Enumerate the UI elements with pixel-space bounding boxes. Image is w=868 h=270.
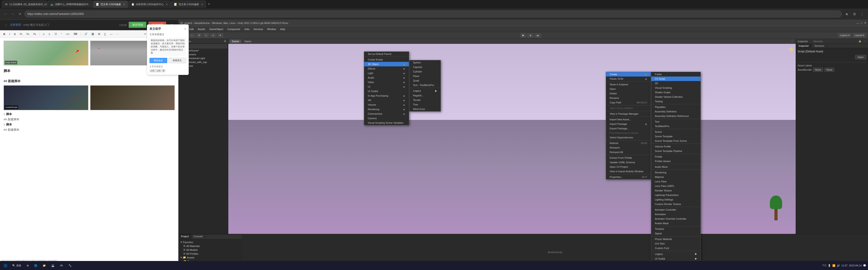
unity-minimize[interactable]: — <box>857 22 859 24</box>
sub-plane[interactable]: Plane <box>409 74 440 78</box>
ctx-update-uxml[interactable]: Update UXML Schema <box>606 160 651 165</box>
ctx-select-deps[interactable]: Select Dependencies <box>606 135 651 140</box>
game-btn[interactable]: 🎮 <box>58 263 65 268</box>
create-material[interactable]: Material <box>651 175 701 179</box>
link-btn[interactable]: 🔗 <box>83 32 89 36</box>
menu-help[interactable]: Help <box>278 27 287 31</box>
unity-maximize[interactable]: □ <box>861 22 862 24</box>
file-explorer-btn[interactable]: 📁 <box>40 263 48 268</box>
ctx-volume[interactable]: Volume ▶ <box>364 102 409 107</box>
ctx-show-explorer[interactable]: Show in Explorer <box>606 82 651 87</box>
project-all-prefabs[interactable]: ⊞ All Prefabs <box>179 252 242 256</box>
ctx-camera[interactable]: Camera <box>364 116 409 121</box>
create-volume-profile[interactable]: Volume Profile <box>651 144 701 149</box>
sub-terrain[interactable]: Terrain <box>409 98 440 102</box>
sub-ragdoll[interactable]: Ragdoll... <box>409 93 440 98</box>
forward-btn[interactable]: → <box>10 11 16 17</box>
heading-btn[interactable]: H₁ <box>18 32 24 36</box>
create-folder[interactable]: Folder <box>651 72 701 76</box>
ctx-light[interactable]: Light ▶ <box>364 71 409 75</box>
create-gui-skin[interactable]: GUI Skin <box>651 241 701 246</box>
create-rendering[interactable]: Rendering <box>651 170 701 175</box>
ctx-rename[interactable]: Rename <box>606 96 651 100</box>
task-btn[interactable]: ☑ <box>53 32 59 36</box>
improve-btn[interactable]: 继续改进 <box>149 58 167 63</box>
sub-quad[interactable]: Quad <box>409 78 440 83</box>
strikethrough-btn[interactable]: S <box>12 32 17 36</box>
create-lightmap-params[interactable]: Lightmap Parameters <box>651 193 701 197</box>
bookmark-btn[interactable]: ★ <box>844 11 850 17</box>
back-btn[interactable]: ← <box>3 11 8 17</box>
breadcrumb-link-mgmt[interactable]: 文章管理 <box>10 23 21 27</box>
ctx-create-empty[interactable]: Create Empty <box>364 57 409 62</box>
ctx-xr[interactable]: XR ▶ <box>364 98 409 102</box>
ctx-vs-scene-vars[interactable]: Visual Scripting Scene Variables <box>364 121 409 125</box>
inspector-tab-inspector[interactable]: Inspector <box>796 44 812 48</box>
ctx-reimport-all[interactable]: Reimport All <box>606 150 651 155</box>
create-scene-template-pipeline[interactable]: Scene Template Pipeline <box>651 149 701 153</box>
tool-transform[interactable]: ✦ <box>217 33 223 38</box>
ctx-3d-object[interactable]: 3D Object ▶ <box>364 62 409 66</box>
save-draft-button[interactable]: 保存草稿 <box>129 22 147 28</box>
unity-close[interactable]: ✕ <box>864 22 866 24</box>
tab-close-5[interactable]: ✕ <box>201 3 203 6</box>
ul-btn[interactable]: ≡ <box>41 32 46 36</box>
start-btn[interactable]: ⊞ <box>2 262 9 269</box>
browser-taskbar-btn[interactable]: 🌐 <box>32 263 39 268</box>
menu-component[interactable]: Component <box>225 27 242 31</box>
scene-settings-btn[interactable]: ⋮ <box>790 39 794 43</box>
tool-rotate[interactable]: ↺ <box>196 33 202 38</box>
bold-btn[interactable]: B <box>2 32 7 36</box>
sub-capsule[interactable]: Capsule <box>409 65 440 69</box>
project-all-materials[interactable]: ⊞ All Materials <box>179 244 242 248</box>
tool-rect[interactable]: ▭ <box>210 33 216 38</box>
menu-assets[interactable]: Assets <box>196 27 207 31</box>
sub-textmeshpro[interactable]: Text - TextMeshPro <box>409 83 440 88</box>
ol-btn[interactable]: 1. <box>47 32 52 36</box>
sub-sphere[interactable]: Sphere <box>409 60 440 65</box>
inspector-tab-services[interactable]: Services <box>812 44 827 48</box>
ctx-reimport[interactable]: Reimport <box>606 145 651 150</box>
create-signal[interactable]: Signal <box>651 231 701 236</box>
create-scene-template[interactable]: Scene Template <box>651 134 701 139</box>
create-textmeshpro[interactable]: TextMeshPro <box>651 124 701 129</box>
reload-btn[interactable]: ↺ <box>17 11 23 17</box>
create-lighting-settings[interactable]: Lighting Settings <box>651 197 701 202</box>
browser-tab-5[interactable]: 📝 范文章-CSDN编著 ✕ <box>171 1 206 8</box>
create-lens-flare[interactable]: Lens Flare <box>651 179 701 184</box>
create-render-texture[interactable]: Render Texture <box>651 188 701 193</box>
inspector-menu-icon[interactable]: ⋮ <box>864 40 866 42</box>
sub-windzone[interactable]: Wind Zone <box>409 107 440 111</box>
create-animation[interactable]: Animation <box>651 212 701 216</box>
address-bar[interactable]: https://editor.csdn.net/md?articleId=128… <box>24 11 842 18</box>
notification-icon[interactable]: 💬 <box>863 264 866 267</box>
tab-close-3[interactable]: ✕ <box>123 3 125 6</box>
new-tab-btn[interactable]: + <box>206 2 212 7</box>
ctx-import-package[interactable]: Import Package ▶ <box>606 122 651 126</box>
browser-tab-2[interactable]: 📺 消费中心_哔哩哔哩视频组织中... ✕ <box>48 1 93 8</box>
ctx-delete[interactable]: Delete <box>606 91 651 96</box>
ctx-cinemachine[interactable]: Cinemachine ▶ <box>364 111 409 116</box>
project-tab-console[interactable]: Console <box>191 234 205 239</box>
ctx-in-app[interactable]: In-App Purchasing ▶ <box>364 94 409 98</box>
tool-scale[interactable]: ⤡ <box>203 33 209 38</box>
create-ui-toolkit[interactable]: UI Toolkit ▶ <box>651 256 701 261</box>
ctx-ui[interactable]: UI ▶ <box>364 85 409 89</box>
asset-bundle-dropdown[interactable]: None <box>813 68 823 72</box>
step-btn[interactable]: ⏭ <box>535 33 541 38</box>
ctx-set-default-parent[interactable]: Set as Default Parent <box>364 52 409 56</box>
code-inline-btn[interactable]: </> <box>64 32 71 36</box>
layers-dropdown[interactable]: Layers ▾ <box>838 33 852 38</box>
ctx-extract-prefab[interactable]: Extract From Prefab <box>606 156 651 160</box>
settings-btn[interactable]: 🔧 <box>66 263 74 268</box>
image-btn[interactable]: 🖼 <box>90 32 96 36</box>
project-favorites[interactable]: ▾ Favorites <box>179 240 242 244</box>
create-playables[interactable]: Playables <box>651 105 701 109</box>
game-tab[interactable]: Game <box>242 39 253 43</box>
sub-cylinder[interactable]: Cylinder <box>409 69 440 74</box>
create-assembly-def[interactable]: Assembly Definition <box>651 109 701 114</box>
inspector-lock-icon[interactable]: 🔒 <box>859 40 861 42</box>
search-btn[interactable]: 🔍 搜索 <box>10 263 24 268</box>
ctx-video[interactable]: Video ▶ <box>364 80 409 85</box>
menu-gameobject[interactable]: GameObject <box>208 27 225 31</box>
